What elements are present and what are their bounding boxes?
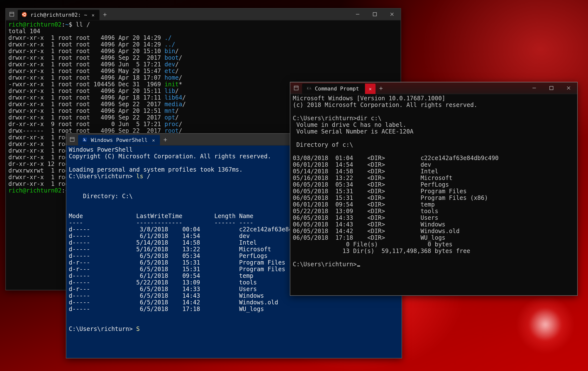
terminal-window-cmd[interactable]: C:\ Command Prompt ✕ ＋ Microsoft Windows… bbox=[290, 82, 578, 296]
tab-title: Windows PowerShell bbox=[91, 137, 148, 143]
tab-title: rich@richturn02: ~ bbox=[30, 12, 87, 18]
close-button[interactable] bbox=[383, 9, 401, 20]
ubuntu-icon bbox=[22, 12, 27, 18]
close-button[interactable] bbox=[560, 82, 577, 94]
window-icon bbox=[66, 137, 78, 142]
svg-rect-8 bbox=[373, 13, 377, 16]
tab-close-button[interactable]: ✕ bbox=[91, 12, 96, 18]
titlebar[interactable]: rich@richturn02: ~ ✕ ＋ bbox=[6, 9, 401, 20]
maximize-button[interactable] bbox=[366, 9, 383, 20]
maximize-button[interactable] bbox=[543, 82, 560, 94]
window-icon bbox=[6, 12, 18, 17]
svg-text:C:\: C:\ bbox=[307, 87, 311, 89]
tab-close-button[interactable]: ✕ bbox=[151, 137, 156, 143]
tab-close-button[interactable]: ✕ bbox=[365, 84, 376, 94]
svg-rect-0 bbox=[10, 12, 14, 16]
new-tab-button[interactable]: ＋ bbox=[376, 84, 386, 92]
terminal-body[interactable]: Microsoft Windows [Version 10.0.17687.10… bbox=[290, 94, 577, 295]
tab-active[interactable]: rich@richturn02: ~ ✕ bbox=[18, 10, 99, 20]
terminal-output: Microsoft Windows [Version 10.0.17687.10… bbox=[293, 95, 575, 268]
lens-flare bbox=[516, 295, 575, 354]
new-tab-button[interactable]: ＋ bbox=[160, 135, 171, 144]
titlebar[interactable]: C:\ Command Prompt ✕ ＋ bbox=[290, 82, 577, 94]
svg-rect-11 bbox=[70, 137, 74, 142]
window-menu-icon bbox=[9, 12, 14, 17]
powershell-icon bbox=[82, 137, 87, 144]
window-menu-icon bbox=[70, 137, 75, 142]
window-icon bbox=[290, 85, 302, 91]
minimize-button[interactable] bbox=[526, 82, 543, 94]
svg-rect-23 bbox=[550, 86, 553, 90]
new-tab-button[interactable]: ＋ bbox=[99, 10, 110, 19]
svg-point-5 bbox=[25, 13, 26, 14]
minimize-button[interactable] bbox=[349, 9, 366, 20]
tab-active[interactable]: Windows PowerShell ✕ bbox=[78, 135, 160, 145]
tab-title: Command Prompt bbox=[315, 86, 359, 92]
window-menu-icon bbox=[294, 85, 299, 91]
tab-active[interactable]: C:\ Command Prompt ✕ bbox=[302, 84, 376, 94]
cmd-icon: C:\ bbox=[306, 86, 311, 92]
svg-point-4 bbox=[22, 14, 23, 15]
svg-point-6 bbox=[25, 15, 26, 16]
svg-rect-18 bbox=[294, 86, 298, 90]
